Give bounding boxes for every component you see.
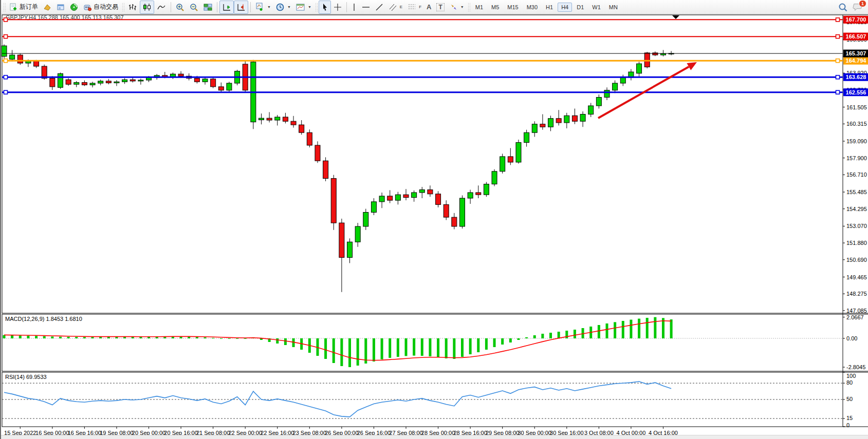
- cursor-tool-button[interactable]: [319, 1, 331, 14]
- toolbar-separator: [171, 2, 171, 12]
- chart-canvas[interactable]: GBPJPY,H4 165.288 165.400 165.113 165.30…: [1, 14, 868, 439]
- macd-bar: [373, 338, 375, 361]
- line-handle[interactable]: [836, 90, 840, 94]
- crosshair-icon: [334, 3, 342, 11]
- macd-bar: [348, 338, 351, 367]
- macd-bar: [501, 338, 504, 345]
- algo-trading-button[interactable]: 自动交易: [81, 1, 121, 14]
- macd-bar: [429, 338, 431, 356]
- navigator-button[interactable]: [67, 1, 81, 14]
- line-handle[interactable]: [836, 18, 840, 22]
- indicators-icon: [255, 3, 265, 11]
- channel-tag: E: [400, 5, 402, 9]
- line-chart-type-button[interactable]: [154, 1, 169, 14]
- line-handle[interactable]: [4, 75, 8, 79]
- macd-bar: [244, 338, 247, 339]
- zoom-out-icon: [190, 3, 198, 11]
- price-tick-label: 150.690: [846, 257, 867, 263]
- timeframe-button-h1[interactable]: H1: [542, 3, 557, 12]
- rsi-tick-label: 100: [846, 373, 856, 379]
- timeframe-button-h4[interactable]: H4: [558, 3, 572, 12]
- macd-bar: [19, 335, 22, 338]
- zoom-out-button[interactable]: [187, 1, 201, 14]
- text-label-tool-label: T: [436, 3, 444, 11]
- macd-bar: [83, 337, 86, 338]
- chart-shift-button[interactable]: [234, 1, 248, 14]
- data-window-button[interactable]: [54, 1, 67, 14]
- line-handle[interactable]: [836, 35, 840, 39]
- market-watch-button[interactable]: [41, 1, 54, 14]
- vertical-line-tool-button[interactable]: [349, 1, 359, 14]
- candlestick-chart-type-button[interactable]: [140, 1, 154, 14]
- equidistant-channel-tool-button[interactable]: E: [386, 1, 405, 14]
- zoom-in-button[interactable]: [173, 1, 187, 14]
- macd-bar: [606, 323, 608, 338]
- macd-bar: [212, 338, 214, 338]
- timeframe-button-m30[interactable]: M30: [523, 3, 541, 12]
- line-handle[interactable]: [4, 35, 8, 39]
- horizontal-line-tool-button[interactable]: [359, 1, 373, 14]
- macd-bar: [558, 332, 560, 338]
- macd-bar: [59, 337, 62, 338]
- price-tick-label: 147.085: [846, 308, 867, 314]
- macd-bar: [445, 338, 448, 358]
- macd-bar: [405, 338, 408, 356]
- auto-scroll-button[interactable]: [219, 1, 234, 14]
- bar-chart-type-button[interactable]: [125, 1, 140, 14]
- timeframe-button-m5[interactable]: M5: [488, 3, 503, 12]
- data-window-icon: [57, 3, 65, 11]
- line-handle[interactable]: [836, 75, 840, 79]
- line-handle[interactable]: [4, 59, 8, 63]
- macd-label: MACD(12,26,9) 1.8453 1.6810: [5, 316, 82, 322]
- timeframe-group: M1M5M15M30H1H4D1W1MN: [471, 3, 622, 12]
- line-handle[interactable]: [4, 90, 8, 94]
- timeframe-button-w1[interactable]: W1: [588, 3, 604, 12]
- search-icon[interactable]: [838, 3, 847, 12]
- macd-bar: [525, 337, 528, 338]
- price-label-text: 162.556: [846, 89, 866, 96]
- macd-bar: [598, 325, 600, 338]
- timeframe-button-mn[interactable]: MN: [605, 3, 621, 12]
- timeframe-button-m1[interactable]: M1: [472, 3, 487, 12]
- trading-terminal-window: 新订单 自动交易: [0, 0, 868, 439]
- trendline-tool-button[interactable]: [373, 1, 386, 14]
- timeframe-button-m15[interactable]: M15: [504, 3, 522, 12]
- rsi-tick-label: 15: [846, 415, 853, 421]
- new-order-button[interactable]: 新订单: [7, 1, 41, 14]
- price-tick-label: 159.090: [846, 138, 867, 144]
- price-label-text: 167.700: [846, 16, 866, 23]
- timeframe-button-d1[interactable]: D1: [573, 3, 587, 12]
- macd-bar: [493, 338, 496, 347]
- candle: [251, 60, 256, 129]
- templates-button[interactable]: ▼: [293, 1, 314, 14]
- tile-windows-button[interactable]: [201, 1, 215, 14]
- candle: [516, 140, 521, 164]
- crosshair-tool-button[interactable]: [331, 1, 344, 14]
- macd-bar: [477, 338, 479, 352]
- indicators-button[interactable]: ▼: [253, 1, 273, 14]
- candle: [58, 72, 63, 89]
- line-handle[interactable]: [836, 59, 840, 63]
- arrows-tool-button[interactable]: ▼: [447, 1, 467, 14]
- text-label-tool-button[interactable]: T: [434, 1, 447, 14]
- macd-bar: [541, 334, 544, 338]
- macd-bar: [228, 338, 230, 339]
- line-handle[interactable]: [4, 18, 8, 22]
- notifications-button[interactable]: 1: [853, 3, 863, 12]
- macd-bar: [517, 338, 520, 340]
- macd-bar: [638, 319, 640, 338]
- rsi-tick-label: 50: [846, 396, 853, 402]
- fibonacci-tool-button[interactable]: F: [405, 1, 424, 14]
- text-tool-button[interactable]: A: [424, 1, 434, 14]
- macd-bar: [220, 338, 223, 339]
- price-tick-label: 155.485: [846, 189, 867, 195]
- periods-button[interactable]: ▼: [273, 1, 293, 14]
- price-tick-label: 149.465: [846, 274, 867, 280]
- line-chart-icon: [157, 3, 166, 11]
- macd-bar: [3, 335, 6, 338]
- macd-bar: [614, 322, 616, 338]
- macd-bar: [43, 336, 46, 338]
- dropdown-caret-icon: ▼: [287, 5, 291, 9]
- price-label-text: 165.307: [846, 50, 866, 56]
- macd-bar: [340, 338, 343, 366]
